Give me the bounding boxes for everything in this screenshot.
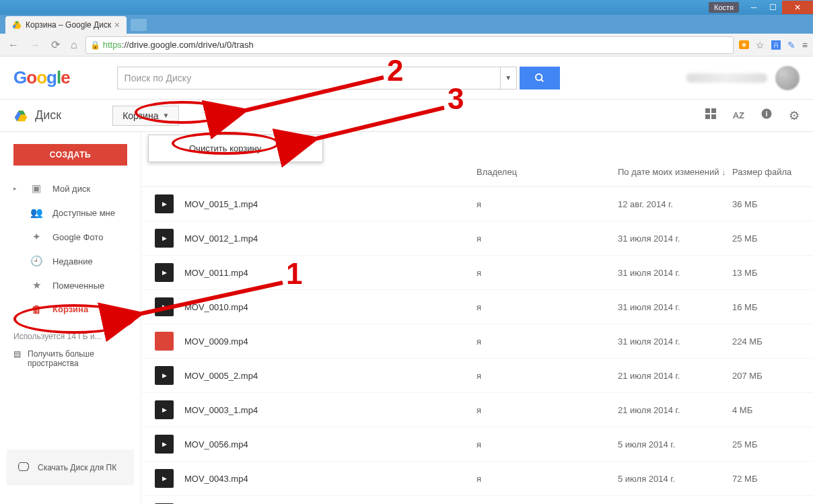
file-row[interactable]: MOV_0010.mp4я31 июля 2014 г.16 МБ xyxy=(141,290,813,324)
file-owner: я xyxy=(476,439,618,449)
file-row[interactable]: MOV_0003_1.mp4я21 июля 2014 г.4 МБ xyxy=(141,393,813,427)
window-maximize-button[interactable]: ☐ xyxy=(763,1,782,14)
file-size: 4 МБ xyxy=(732,405,800,415)
search-icon xyxy=(534,73,545,83)
file-thumbnail-icon xyxy=(155,366,174,385)
file-name: MOV_0009.mp4 xyxy=(184,336,476,347)
file-row[interactable]: MOV_0043.mp4я5 июля 2014 г.72 МБ xyxy=(141,462,813,496)
file-size: 13 МБ xyxy=(732,268,800,278)
file-row[interactable]: MOV_0012_1.mp4я31 июля 2014 г.25 МБ xyxy=(141,221,813,256)
account-avatar[interactable] xyxy=(775,66,800,90)
window-minimize-button[interactable]: ─ xyxy=(744,1,763,14)
window-close-button[interactable]: ✕ xyxy=(782,1,813,14)
svg-text:i: i xyxy=(766,110,768,118)
svg-rect-10 xyxy=(705,114,710,119)
file-owner: я xyxy=(476,405,618,415)
browser-toolbar: ← → ⟳ ⌂ 🔒 https://drive.google.com/drive… xyxy=(0,34,813,57)
file-thumbnail-icon xyxy=(155,194,174,213)
file-row[interactable]: MOV_0022.mp4я28 мая 2014 г.12 МБ xyxy=(141,496,813,504)
file-size: 207 МБ xyxy=(732,371,800,381)
file-name: MOV_0015_1.mp4 xyxy=(184,199,476,209)
nav-label: Мой диск xyxy=(52,184,90,194)
app-name: Диск xyxy=(35,108,61,122)
nav-forward-button[interactable]: → xyxy=(27,36,43,54)
svg-rect-8 xyxy=(705,108,710,113)
file-size: 36 МБ xyxy=(732,199,800,209)
info-button[interactable]: i xyxy=(761,108,773,123)
sidebar-item-0[interactable]: ▸▣Мой диск xyxy=(0,176,141,201)
file-size: 25 МБ xyxy=(732,233,800,244)
empty-trash-menuitem[interactable]: Очистить корзину xyxy=(149,135,322,161)
search-dropdown-button[interactable]: ▼ xyxy=(501,67,517,89)
file-date: 31 июля 2014 г. xyxy=(618,233,732,244)
file-name: MOV_0005_2.mp4 xyxy=(184,371,476,381)
sidebar-item-4[interactable]: ★Помеченные xyxy=(0,273,141,297)
file-owner: я xyxy=(476,233,618,244)
search-input[interactable]: Поиск по Диску xyxy=(117,67,501,89)
os-titlebar: Костя ─ ☐ ✕ xyxy=(0,0,813,15)
svg-rect-11 xyxy=(711,114,716,119)
os-user-badge: Костя xyxy=(709,2,739,13)
breadcrumb-dropdown[interactable]: Корзина ▼ xyxy=(112,106,179,126)
file-thumbnail-icon xyxy=(155,435,174,454)
nav-icon: ✦ xyxy=(30,231,43,243)
svg-line-4 xyxy=(541,79,543,81)
sidebar-item-5[interactable]: 🗑Корзина xyxy=(0,297,141,321)
download-drive-promo[interactable]: 🖵 Скачать Диск для ПК xyxy=(7,449,134,485)
sidebar-item-2[interactable]: ✦Google Фото xyxy=(0,225,141,249)
browser-tab[interactable]: Корзина – Google Диск × xyxy=(5,16,127,34)
file-thumbnail-icon xyxy=(155,332,174,351)
file-date: 31 июля 2014 г. xyxy=(618,302,732,312)
expand-icon: ▸ xyxy=(13,185,20,192)
drive-logo-icon xyxy=(13,109,28,122)
file-date: 31 июля 2014 г. xyxy=(618,336,732,347)
extension-icon[interactable]: ✎ xyxy=(787,40,796,50)
settings-button[interactable]: ⚙ xyxy=(789,108,800,123)
file-owner: я xyxy=(476,268,618,278)
sort-button[interactable]: AZ xyxy=(733,110,744,120)
trash-context-menu: Очистить корзину xyxy=(148,135,323,162)
get-more-space-link[interactable]: ▤ Получить больше пространства xyxy=(13,349,127,368)
sidebar-item-3[interactable]: 🕘Недавние xyxy=(0,249,141,273)
sidebar-item-1[interactable]: 👥Доступные мне xyxy=(0,201,141,225)
google-logo[interactable]: Google xyxy=(13,67,70,88)
file-row[interactable]: MOV_0015_1.mp4я12 авг. 2014 г.36 МБ xyxy=(141,187,813,221)
file-date: 5 июля 2014 г. xyxy=(618,474,732,484)
col-size-header[interactable]: Размер файла xyxy=(732,167,800,177)
file-thumbnail-icon xyxy=(155,400,174,419)
file-name: MOV_0043.mp4 xyxy=(184,474,476,484)
storage-usage-text: Используется 14 ГБ и... xyxy=(13,332,127,341)
file-thumbnail-icon xyxy=(155,297,174,316)
svg-point-3 xyxy=(536,74,542,80)
bookmark-icon[interactable]: ★ xyxy=(739,40,749,49)
chrome-menu-icon[interactable]: ≡ xyxy=(802,40,808,50)
nav-reload-button[interactable]: ⟳ xyxy=(48,36,63,54)
translate-icon[interactable]: 🅰 xyxy=(771,40,781,50)
nav-icon: ★ xyxy=(30,279,43,291)
drive-favicon-icon xyxy=(12,20,22,30)
file-row[interactable]: MOV_0009.mp4я31 июля 2014 г.224 МБ xyxy=(141,324,813,359)
file-date: 5 июля 2014 г. xyxy=(618,439,732,449)
new-tab-button[interactable] xyxy=(131,19,147,31)
col-name-header[interactable] xyxy=(155,167,476,177)
address-bar[interactable]: 🔒 https://drive.google.com/drive/u/0/tra… xyxy=(85,36,734,54)
col-owner-header[interactable]: Владелец xyxy=(476,167,618,177)
file-owner: я xyxy=(476,371,618,381)
col-date-header[interactable]: По дате моих изменений ↓ xyxy=(618,167,732,177)
tab-close-icon[interactable]: × xyxy=(114,20,120,30)
create-button[interactable]: СОЗДАТЬ xyxy=(13,144,127,166)
search-button[interactable] xyxy=(520,67,560,89)
nav-label: Доступные мне xyxy=(52,208,115,218)
nav-back-button[interactable]: ← xyxy=(5,36,22,54)
file-row[interactable]: MOV_0011.mp4я31 июля 2014 г.13 МБ xyxy=(141,256,813,290)
tab-title: Корзина – Google Диск xyxy=(26,20,111,30)
browser-tabbar: Корзина – Google Диск × xyxy=(0,15,813,34)
monitor-icon: 🖵 xyxy=(17,460,30,474)
view-grid-button[interactable] xyxy=(705,108,717,123)
nav-home-button[interactable]: ⌂ xyxy=(68,36,80,54)
file-thumbnail-icon xyxy=(155,229,174,248)
file-row[interactable]: MOV_0005_2.mp4я21 июля 2014 г.207 МБ xyxy=(141,359,813,393)
file-row[interactable]: MOV_0056.mp4я5 июля 2014 г.25 МБ xyxy=(141,427,813,462)
url-protocol: https xyxy=(103,40,122,50)
star-icon[interactable]: ☆ xyxy=(756,40,765,50)
